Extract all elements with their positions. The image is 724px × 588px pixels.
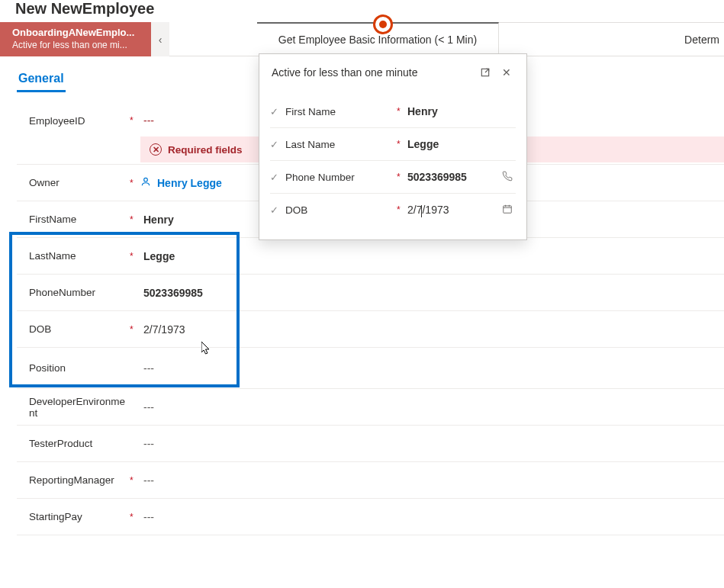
required-marker: *	[397, 204, 407, 215]
person-icon	[140, 176, 151, 189]
error-text: Required fields	[168, 144, 243, 156]
field-label: FirstName	[29, 214, 130, 225]
flyout-field-dob[interactable]: ✓ DOB * 2/7/1973	[270, 194, 516, 226]
bpf-bar: OnboardingANewEmplo... Active for less t…	[0, 22, 724, 56]
flyout-field-first-name[interactable]: ✓ First Name * Henry	[270, 95, 516, 128]
flyout-field-last-name[interactable]: ✓ Last Name * Legge	[270, 128, 516, 161]
field-label: EmployeeID	[29, 115, 130, 127]
field-label: ReportingManager	[29, 474, 130, 486]
field-label: Position	[29, 362, 130, 374]
check-icon: ✓	[270, 172, 282, 183]
field-value: Henry	[407, 105, 499, 117]
required-marker: *	[397, 106, 407, 117]
field-value[interactable]: Henry Legge	[154, 177, 222, 189]
field-phone-number[interactable]: PhoneNumber 5023369985	[17, 275, 724, 311]
field-label: First Name	[282, 106, 397, 117]
required-marker: *	[397, 139, 407, 149]
field-value: ---	[140, 474, 154, 487]
required-marker: *	[130, 214, 140, 225]
field-value: Henry	[140, 214, 174, 226]
bpf-stage-next[interactable]: Determ	[499, 22, 724, 56]
field-label: Phone Number	[282, 172, 397, 183]
field-reporting-manager[interactable]: ReportingManager * ---	[17, 462, 724, 499]
bpf-active-stage-subtitle: Active for less than one mi...	[12, 40, 142, 52]
required-marker: *	[130, 251, 140, 262]
field-value: 2/7/1973	[140, 323, 185, 336]
phone-icon[interactable]	[499, 171, 516, 184]
flyout-title: Active for less than one minute	[272, 66, 417, 79]
field-starting-pay[interactable]: StartingPay * ---	[17, 499, 724, 535]
text-caret-icon	[421, 205, 422, 217]
field-value: 5023369985	[140, 287, 203, 299]
field-value: ---	[140, 511, 154, 523]
field-label: StartingPay	[29, 511, 130, 522]
required-marker: *	[130, 324, 140, 335]
required-marker: *	[130, 178, 140, 188]
bpf-active-stage[interactable]: OnboardingANewEmplo... Active for less t…	[0, 22, 151, 56]
field-developer-environment[interactable]: DeveloperEnvironment ---	[17, 389, 724, 426]
required-marker: *	[130, 115, 140, 126]
check-icon: ✓	[270, 139, 282, 150]
page-title: New NewEmployee	[0, 0, 724, 22]
field-value: ---	[140, 362, 154, 374]
error-icon: ✕	[150, 143, 162, 156]
field-dob[interactable]: DOB * 2/7/1973	[17, 311, 724, 348]
stage-flyout: Active for less than one minute ✕ ✓ Firs…	[259, 53, 527, 240]
field-value: 5023369985	[407, 171, 499, 183]
field-label: LastName	[29, 250, 130, 262]
field-position[interactable]: Position ---	[17, 348, 724, 389]
field-value: ---	[140, 438, 154, 450]
field-last-name[interactable]: LastName * Legge	[17, 238, 724, 275]
field-label: Owner	[29, 177, 130, 188]
field-label: DOB	[282, 204, 397, 216]
check-icon: ✓	[270, 106, 282, 117]
field-value[interactable]: 2/7/1973	[407, 204, 499, 216]
required-marker: *	[130, 475, 140, 486]
tab-general[interactable]: General	[17, 67, 66, 92]
svg-rect-2	[504, 205, 512, 212]
field-label: PhoneNumber	[29, 287, 130, 298]
svg-point-0	[144, 178, 148, 182]
close-button[interactable]: ✕	[496, 62, 517, 83]
field-value: Legge	[140, 250, 175, 262]
active-stage-indicator-icon	[373, 14, 393, 34]
field-label: DOB	[29, 323, 130, 335]
field-label: TesterProduct	[29, 438, 130, 449]
field-label: DeveloperEnvironment	[29, 396, 130, 419]
popout-button[interactable]	[475, 62, 496, 83]
required-marker: *	[130, 512, 140, 522]
field-tester-product[interactable]: TesterProduct ---	[17, 426, 724, 462]
bpf-active-stage-name: OnboardingANewEmplo...	[12, 27, 142, 40]
field-label: Last Name	[282, 139, 397, 150]
calendar-icon[interactable]	[499, 204, 516, 217]
field-value: ---	[140, 114, 154, 127]
required-marker: *	[397, 172, 407, 182]
check-icon: ✓	[270, 204, 282, 216]
field-value: Legge	[407, 138, 499, 150]
flyout-field-phone-number[interactable]: ✓ Phone Number * 5023369985	[270, 161, 516, 194]
bpf-collapse-button[interactable]: ‹	[151, 22, 169, 56]
field-value: ---	[140, 401, 154, 413]
